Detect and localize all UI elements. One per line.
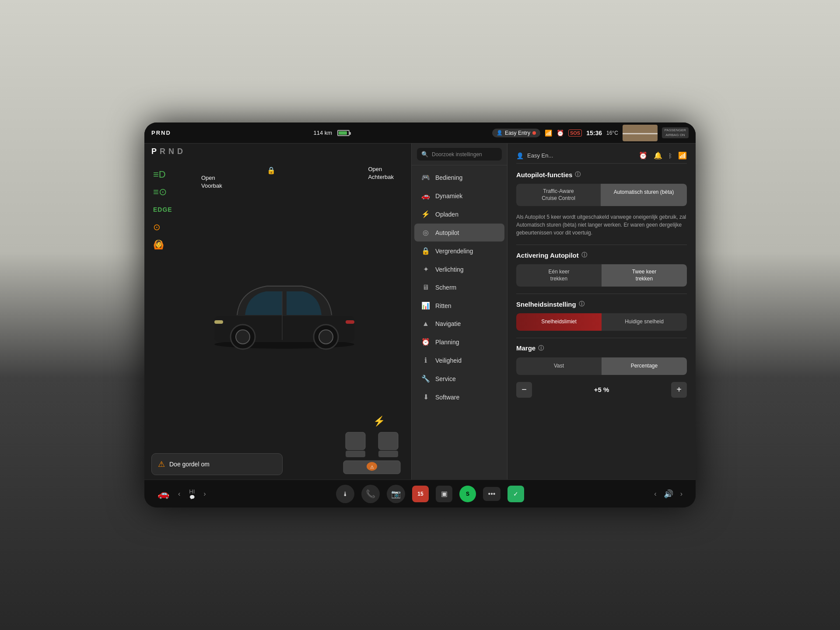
car-home-icon[interactable]: 🚗: [158, 488, 169, 500]
next-arrow[interactable]: ›: [203, 490, 206, 498]
lightning-icon: ⚡: [373, 416, 385, 427]
dynamiek-label: Dynamiek: [435, 192, 462, 200]
increase-btn[interactable]: +: [671, 382, 687, 398]
activering-title-text: Activering Autopilot: [516, 252, 579, 259]
marge-group: Vast Percentage: [516, 357, 687, 375]
menu-item-opladen[interactable]: ⚡ Opladen: [414, 205, 504, 223]
navigatie-icon: ▲: [421, 320, 430, 328]
snelheidslimiet-btn[interactable]: Snelheidslimiet: [516, 313, 602, 331]
prev-arrow[interactable]: ‹: [178, 490, 180, 498]
camera-btn[interactable]: 📷: [387, 485, 405, 503]
menu-item-vergrendeling[interactable]: 🔒 Vergrendeling: [414, 242, 504, 260]
percentage-btn[interactable]: Percentage: [602, 357, 687, 375]
autopilot-title-text: Autopilot-functies: [516, 171, 572, 178]
snelheid-title: Snelheidsinstelling ⓘ: [516, 300, 687, 308]
time-display: 15:36: [586, 130, 602, 136]
wifi-icon: 📶: [545, 130, 552, 136]
percentage-controls: − +5 % +: [516, 382, 687, 398]
temperature-display: 16°C: [606, 130, 618, 136]
scherm-label: Scherm: [435, 284, 456, 291]
twee-keer-btn[interactable]: Twee keertrekken: [602, 264, 687, 287]
autopilot-info-icon[interactable]: ⓘ: [575, 171, 581, 178]
menu-item-veiligheid[interactable]: ℹ Veiligheid: [414, 351, 504, 369]
een-keer-btn[interactable]: Eén keertrekken: [516, 264, 602, 287]
svg-rect-11: [378, 432, 398, 450]
huidige-snelheid-btn[interactable]: Huidige snelheid: [602, 313, 687, 331]
autopilot-icon: ◎: [421, 228, 430, 237]
marge-info-icon[interactable]: ⓘ: [538, 344, 544, 352]
back-arrow[interactable]: ‹: [654, 490, 656, 498]
autopilot-mode-group: Traffic-AwareCruise Control Automatisch …: [516, 184, 687, 206]
volume-icon[interactable]: 🔊: [664, 489, 673, 499]
hi-text: HI: [189, 488, 195, 495]
heat-btn[interactable]: 🌡: [336, 485, 354, 503]
snelheid-info-icon[interactable]: ⓘ: [579, 300, 584, 308]
alert-banner: ⚠ Doe gordel om: [151, 453, 283, 475]
camera-icon: 📷: [391, 489, 401, 499]
right-panel: 👤 Easy En... ⏰ 🔔 ᛒ 📶 Autopilot-functies …: [508, 144, 696, 480]
alarm-icon: ⏰: [556, 130, 564, 136]
menu-item-software[interactable]: ⬇ Software: [414, 388, 504, 406]
menu-item-ritten[interactable]: 📊 Ritten: [414, 297, 504, 315]
taskbar-right: ‹ 🔊 ›: [641, 489, 696, 499]
alarm-header-icon: ⏰: [639, 151, 648, 160]
gear-d: D: [177, 147, 184, 156]
search-container[interactable]: 🔍 Doorzoek instellingen: [417, 148, 502, 161]
menu-item-dynamiek[interactable]: 🚗 Dynamiek: [414, 187, 504, 205]
battery-icon: [337, 130, 350, 136]
check-btn[interactable]: ✓: [508, 486, 524, 502]
hi-container: HI 💬: [189, 488, 195, 500]
menu-item-bediening[interactable]: 🎮 Bediening: [414, 168, 504, 186]
menu-item-autopilot[interactable]: ◎ Autopilot: [414, 224, 504, 242]
spotify-icon: S: [466, 491, 469, 497]
activering-info-icon[interactable]: ⓘ: [581, 251, 587, 259]
dynamiek-icon: 🚗: [421, 192, 430, 200]
software-label: Software: [435, 394, 459, 401]
prnd-display: PRND: [151, 130, 171, 136]
vast-btn[interactable]: Vast: [516, 357, 602, 375]
search-placeholder: Doorzoek instellingen: [432, 151, 482, 158]
service-icon: 🔧: [421, 374, 430, 383]
rear-lights-icon: ≡⊙: [153, 187, 172, 197]
spotify-btn[interactable]: S: [459, 486, 476, 502]
traffic-aware-btn[interactable]: Traffic-AwareCruise Control: [516, 184, 601, 206]
main-content: P R N D ≡D ≡⊙ EDGE ⊙: [144, 144, 696, 480]
profile-display: 👤 Easy En...: [516, 152, 553, 159]
headlights-icon: ≡D: [153, 170, 172, 179]
bell-icon: 🔔: [654, 151, 662, 160]
seatbelt-icon: 🙆: [153, 240, 172, 249]
chat-icon: 💬: [189, 495, 195, 500]
verlichting-icon: ✦: [421, 265, 430, 273]
menu-item-navigatie[interactable]: ▲ Navigatie: [414, 315, 504, 332]
seat-map: ⚠: [339, 428, 405, 476]
navigatie-label: Navigatie: [435, 320, 461, 327]
map-mini: [623, 125, 658, 141]
heat-icon: 🌡: [342, 490, 348, 497]
software-icon: ⬇: [421, 393, 430, 401]
more-btn[interactable]: •••: [483, 487, 500, 501]
decrease-btn[interactable]: −: [516, 382, 532, 398]
calendar-btn[interactable]: 15: [412, 486, 429, 502]
menu-item-planning[interactable]: ⏰ Planning: [414, 333, 504, 351]
windows-icon: ▣: [441, 490, 448, 498]
menu-list: 🎮 Bediening 🚗 Dynamiek ⚡ Opladen: [412, 165, 507, 480]
windows-btn[interactable]: ▣: [436, 486, 452, 502]
menu-item-service[interactable]: 🔧 Service: [414, 370, 504, 388]
status-center: 114 km: [171, 130, 492, 136]
svg-rect-9: [346, 432, 365, 450]
percentage-value: +5 %: [536, 386, 667, 393]
tesla-screen: PRND 114 km 👤 Easy Entry 📶 ⏰ SOS 15:36 1…: [144, 122, 696, 508]
easy-entry-label: Easy Entry: [505, 130, 530, 136]
taskbar-center: 🌡 📞 📷 15 ▣ S •••: [219, 485, 641, 503]
fwd-arrow[interactable]: ›: [680, 490, 682, 498]
phone-btn[interactable]: 📞: [361, 485, 380, 503]
marge-title: Marge ⓘ: [516, 344, 687, 352]
lock-icon: 🔒: [267, 166, 276, 175]
menu-item-scherm[interactable]: 🖥 Scherm: [414, 279, 504, 296]
bediening-label: Bediening: [435, 174, 462, 181]
auto-sturen-btn[interactable]: Automatisch sturen (bèta): [601, 184, 687, 206]
menu-item-verlichting[interactable]: ✦ Verlichting: [414, 260, 504, 278]
ritten-label: Ritten: [435, 302, 452, 309]
service-label: Service: [435, 375, 456, 382]
car-svg: [201, 263, 368, 351]
